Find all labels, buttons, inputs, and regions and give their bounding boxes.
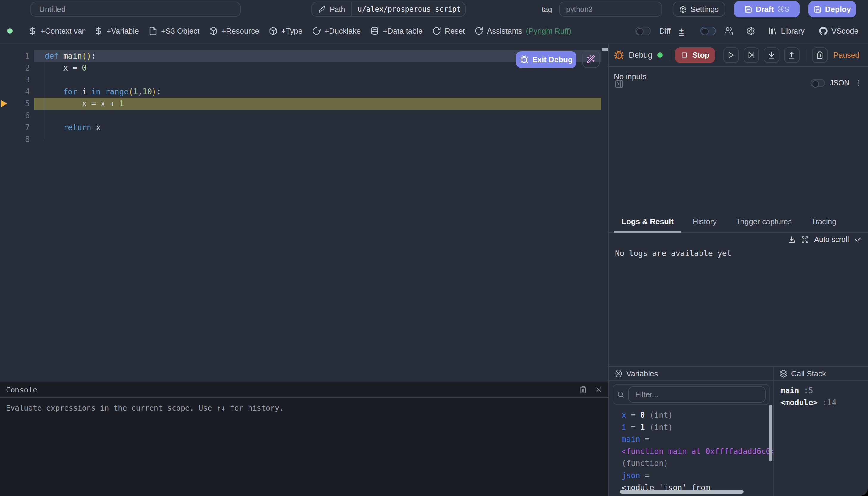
assistants-suffix: (Pyright Ruff)	[526, 27, 571, 36]
step-over-button[interactable]	[744, 47, 759, 63]
variables-hscrollbar[interactable]	[620, 490, 744, 494]
library-button[interactable]: Library	[768, 27, 804, 36]
tag-input[interactable]	[559, 2, 662, 17]
deploy-button[interactable]: Deploy	[808, 1, 856, 17]
filter-input[interactable]	[628, 386, 766, 403]
rotate-icon	[432, 27, 441, 35]
panel-tabs: Logs & ResultHistoryTrigger capturesTrac…	[609, 212, 868, 233]
line-number[interactable]: 3	[0, 74, 30, 86]
variables-filter	[613, 384, 770, 405]
download-icon[interactable]	[788, 236, 796, 244]
call-stack-frame[interactable]: <module> :14	[780, 397, 836, 408]
ai-wand-button[interactable]	[582, 51, 600, 68]
path-button[interactable]: Path u/alex/prosperous_script	[311, 2, 465, 17]
draft-shortcut: ⌘S	[777, 5, 789, 13]
exit-debug-button[interactable]: Exit Debug	[516, 51, 576, 68]
console-header: Console	[0, 382, 609, 398]
variable-row[interactable]: x = 0 (int)	[621, 409, 774, 421]
editor-toolbar: +Context var+Variable+S3 Object+Resource…	[0, 18, 868, 44]
check-icon[interactable]	[854, 236, 862, 244]
toolbar-item-type[interactable]: +Type	[269, 27, 303, 36]
divider	[670, 50, 670, 60]
line-number[interactable]: 7	[0, 122, 30, 134]
variable-row[interactable]: json =	[621, 469, 774, 482]
tag-label: tag	[542, 0, 552, 18]
debug-panel: Debug Stop Paused	[609, 44, 868, 496]
line-number[interactable]: 8	[0, 134, 30, 145]
step-into-button[interactable]	[764, 47, 779, 63]
editor-scrollbar[interactable]	[601, 44, 609, 382]
console-hint: Evaluate expressions in the current scop…	[6, 404, 284, 412]
call-stack-header: Call Stack	[774, 367, 868, 381]
diff-plusminus-icon[interactable]: ±	[679, 26, 684, 36]
save-icon	[744, 5, 752, 13]
kebab-menu-icon[interactable]	[854, 79, 862, 87]
tab-history[interactable]: History	[685, 212, 725, 232]
code-line-5[interactable]: 5 x = x + 1	[0, 98, 601, 110]
auto-scroll-label[interactable]: Auto scroll	[814, 235, 849, 244]
tab-trigger-captures[interactable]: Trigger captures	[728, 212, 800, 232]
code-line-6[interactable]: 6	[0, 110, 601, 122]
clear-button[interactable]	[812, 47, 827, 63]
library-label: Library	[781, 27, 804, 36]
step-over-icon	[747, 51, 756, 59]
users-icon[interactable]	[724, 27, 733, 35]
tab-tracing[interactable]: Tracing	[803, 212, 844, 232]
github-icon	[819, 27, 828, 35]
expand-icon[interactable]	[801, 236, 809, 244]
variables-vscrollbar[interactable]	[769, 405, 772, 462]
gear-icon[interactable]	[746, 27, 755, 35]
vscode-button[interactable]: VScode	[819, 27, 858, 36]
variable-row[interactable]: main =	[621, 433, 774, 445]
code-line-8[interactable]: 8	[0, 134, 601, 145]
frame-line: :14	[818, 398, 836, 407]
variable-row[interactable]: <function main at 0xffffadadd6c0>	[621, 445, 774, 458]
step-into-icon	[768, 51, 776, 59]
toolbar-item-assistants[interactable]: Assistants(Pyright Ruff)	[474, 27, 571, 36]
diff-toggle[interactable]	[635, 27, 651, 35]
call-stack-frame[interactable]: main :5	[780, 385, 836, 397]
dollar-icon	[28, 27, 37, 35]
wand-icon	[586, 55, 595, 64]
toolbar-item-data-table[interactable]: +Data table	[370, 27, 423, 36]
step-out-button[interactable]	[784, 47, 800, 63]
code-line-7[interactable]: 7 return x	[0, 122, 601, 134]
line-number[interactable]: 4	[0, 86, 30, 98]
trash-icon[interactable]	[579, 386, 587, 393]
toolbar-item-ducklake[interactable]: +Ducklake	[312, 27, 361, 36]
json-toggle[interactable]	[810, 79, 825, 87]
code-line-4[interactable]: 4 for i in range(1,10):	[0, 86, 601, 98]
variable-row[interactable]: (function)	[621, 457, 774, 469]
close-icon[interactable]	[595, 386, 602, 393]
code-editor[interactable]: 1def main():2 x = 034 for i in range(1,1…	[0, 44, 601, 382]
console-panel: Console Evaluate expressions in the curr…	[0, 382, 609, 496]
line-number[interactable]: 2	[0, 62, 30, 74]
draft-button[interactable]: Draft ⌘S	[734, 1, 800, 17]
toolbar-item-s3-object[interactable]: +S3 Object	[148, 27, 200, 36]
code-line-2[interactable]: 2 x = 0	[0, 62, 601, 74]
editor-scrollbar-thumb[interactable]	[602, 48, 608, 51]
script-title-input[interactable]	[30, 2, 240, 17]
bug-icon	[520, 55, 528, 64]
tab-logs-result[interactable]: Logs & Result	[614, 212, 681, 232]
code-line-3[interactable]: 3	[0, 74, 601, 86]
toolbar-item-resource[interactable]: +Resource	[209, 27, 259, 36]
toolbar-item-variable[interactable]: +Variable	[94, 27, 139, 36]
code-text: return x	[45, 122, 100, 134]
code-text: x = x + 1	[45, 98, 124, 110]
toolbar-item-reset[interactable]: Reset	[432, 27, 465, 36]
variable-row[interactable]: i = 1 (int)	[621, 421, 774, 433]
code-line-1[interactable]: 1def main():	[0, 50, 601, 62]
variables-header: Variables	[609, 367, 773, 381]
stop-button[interactable]: Stop	[675, 47, 715, 63]
code-text: for i in range(1,10):	[45, 86, 161, 98]
variables-panel: Variables x = 0 (int)i = 1 (int)main =<f…	[609, 367, 774, 496]
dollar-icon	[94, 27, 103, 35]
continue-button[interactable]	[723, 47, 739, 63]
line-number[interactable]: 6	[0, 110, 30, 122]
toolbar-item-context-var[interactable]: +Context var	[28, 27, 84, 36]
settings-button[interactable]: Settings	[673, 2, 725, 17]
line-number[interactable]: 1	[0, 50, 30, 62]
database-icon	[370, 27, 379, 35]
multiplayer-toggle[interactable]	[700, 27, 716, 35]
